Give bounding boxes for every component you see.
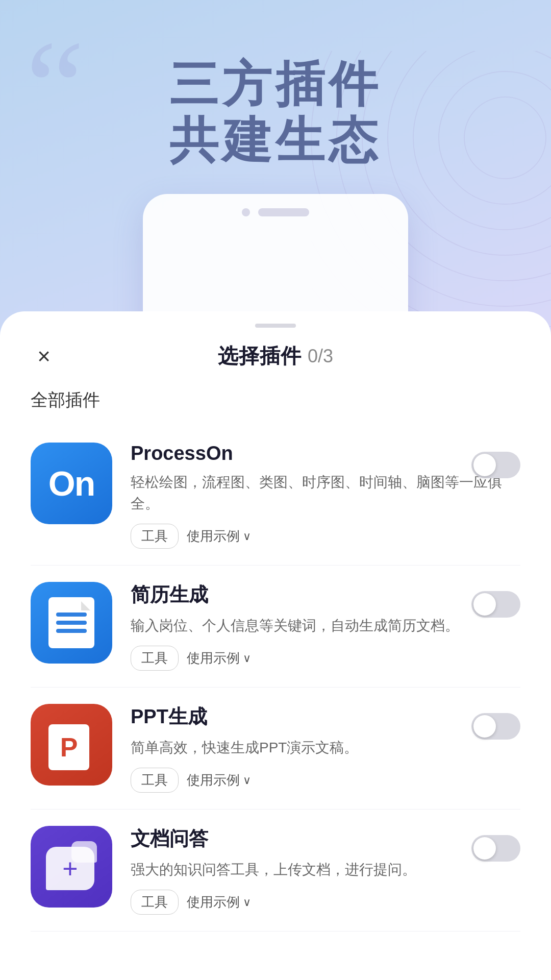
chevron-down-icon: ∨ [243,774,251,787]
plugin-tags-resume: 工具 使用示例 ∨ [131,646,510,671]
plugin-desc-docqa: 强大的知识问答工具，上传文档，进行提问。 [131,859,510,880]
toggle-resume-wrap [471,591,520,618]
processon-logo-text: On [48,463,94,503]
plugin-tags-docqa: 工具 使用示例 ∨ [131,890,510,915]
plugin-desc-resume: 输入岗位、个人信息等关键词，自动生成简历文档。 [131,615,510,636]
chat-plus-icon: + [62,853,78,884]
toggle-knob-docqa [473,837,496,860]
tag-ppt: 工具 [131,768,179,793]
toggle-docqa-wrap [471,835,520,862]
plugin-content-ppt: PPT生成 简单高效，快速生成PPT演示文稿。 工具 使用示例 ∨ [131,704,520,793]
doc-line-3 [56,629,87,633]
plugin-item-ppt: P PPT生成 简单高效，快速生成PPT演示文稿。 工具 使用示例 ∨ [31,688,520,810]
doc-line-1 [56,612,87,617]
section-label: 全部插件 [0,388,551,412]
toggle-processon-wrap [471,452,520,478]
close-button[interactable]: × [31,343,57,370]
plugin-icon-ppt: P [31,704,112,786]
bottom-sheet: × 选择插件 0/3 全部插件 On ProcessOn 轻松绘图，流程图、类图… [0,311,551,980]
hero-section: 三方插件 共建生态 [0,56,551,169]
plugin-desc-ppt: 简单高效，快速生成PPT演示文稿。 [131,737,510,758]
plugin-name-resume: 简历生成 [131,582,510,608]
phone-notch [242,208,309,216]
plugin-desc-processon: 轻松绘图，流程图、类图、时序图、时间轴、脑图等一应俱全。 [131,472,510,514]
drag-handle[interactable] [255,324,296,328]
toggle-resume[interactable] [471,591,520,618]
plugin-tags-ppt: 工具 使用示例 ∨ [131,768,510,793]
resume-doc-icon [48,597,94,648]
plugin-list: On ProcessOn 轻松绘图，流程图、类图、时序图、时间轴、脑图等一应俱全… [0,426,551,932]
toggle-knob-resume [473,593,496,616]
hero-line2: 共建生态 [0,112,551,168]
plugin-name-docqa: 文档问答 [131,826,510,852]
use-example-resume[interactable]: 使用示例 ∨ [187,649,251,667]
close-icon: × [37,345,51,368]
plugin-content-resume: 简历生成 输入岗位、个人信息等关键词，自动生成简历文档。 工具 使用示例 ∨ [131,582,520,671]
toggle-ppt-wrap [471,713,520,740]
use-example-processon[interactable]: 使用示例 ∨ [187,527,251,545]
phone-dot [242,208,250,216]
plugin-item-docqa: + 文档问答 强大的知识问答工具，上传文档，进行提问。 工具 使用示例 ∨ [31,810,520,932]
chat-bubble-main: + [46,847,94,890]
tag-docqa: 工具 [131,890,179,915]
doc-line-2 [56,621,87,625]
ppt-icon-wrap: P [48,719,94,770]
plugin-tags-processon: 工具 使用示例 ∨ [131,524,510,549]
toggle-ppt[interactable] [471,713,520,740]
plugin-name-ppt: PPT生成 [131,704,510,730]
hero-line1: 三方插件 [0,56,551,112]
toggle-knob-processon [473,454,496,476]
sheet-count: 0/3 [308,346,333,367]
ppt-letter: P [60,732,78,763]
use-example-ppt[interactable]: 使用示例 ∨ [187,771,251,789]
plugin-content-docqa: 文档问答 强大的知识问答工具，上传文档，进行提问。 工具 使用示例 ∨ [131,826,520,915]
plugin-item-resume: 简历生成 输入岗位、个人信息等关键词，自动生成简历文档。 工具 使用示例 ∨ [31,566,520,688]
tag-processon: 工具 [131,524,179,549]
docqa-icon-wrap: + [46,841,97,892]
use-example-docqa[interactable]: 使用示例 ∨ [187,893,251,911]
toggle-docqa[interactable] [471,835,520,862]
toggle-processon[interactable] [471,452,520,478]
plugin-name-processon: ProcessOn [131,443,510,464]
plugin-content-processon: ProcessOn 轻松绘图，流程图、类图、时序图、时间轴、脑图等一应俱全。 工… [131,443,520,549]
toggle-knob-ppt [473,715,496,738]
tag-resume: 工具 [131,646,179,671]
chevron-down-icon: ∨ [243,652,251,665]
sheet-header: × 选择插件 0/3 [0,342,551,370]
plugin-icon-resume [31,582,112,664]
chevron-down-icon: ∨ [243,896,251,909]
sheet-title: 选择插件 [218,342,302,370]
plugin-icon-processon: On [31,443,112,524]
chevron-down-icon: ∨ [243,530,251,543]
plugin-item-processon: On ProcessOn 轻松绘图，流程图、类图、时序图、时间轴、脑图等一应俱全… [31,426,520,566]
plugin-icon-docqa: + [31,826,112,908]
phone-pill [258,208,309,216]
ppt-doc-shape: P [48,724,89,770]
